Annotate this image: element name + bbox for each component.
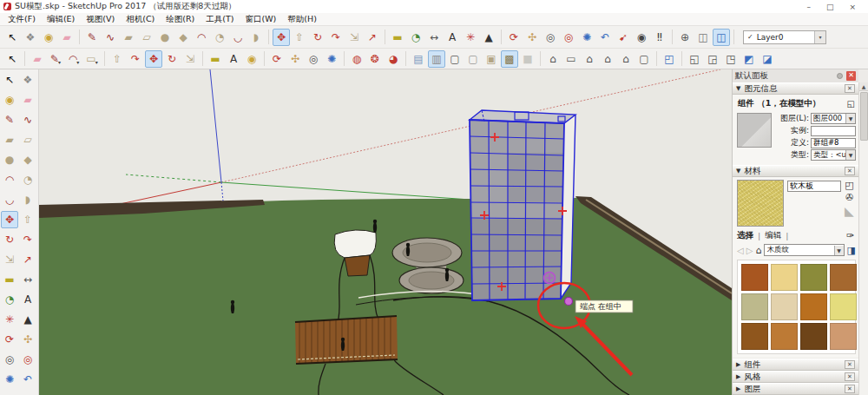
rail-move-button[interactable]: ✥ [1,211,18,228]
panel-scrollbar[interactable]: ▲ [858,82,868,395]
push-pull-2-button[interactable]: ⇧ [108,50,126,68]
chevron-down-icon[interactable]: ▼ [845,150,855,160]
material-swatch-8[interactable] [830,293,857,320]
freehand-button[interactable]: ∿ [102,29,119,46]
paint-bucket-button[interactable]: ◉ [40,29,57,46]
create-material-button[interactable]: ✇ [845,193,853,202]
solid-subtract-button[interactable]: ◲ [704,50,721,68]
scrollbar-thumb[interactable] [860,92,868,141]
style-wireframe-button[interactable]: ▢ [446,50,464,68]
circle-button[interactable]: ● [156,29,174,46]
tab-select[interactable]: 选择 [737,230,753,241]
previous-view-button[interactable]: ↶ [596,29,614,46]
style-monochrome-button[interactable]: ■ [519,50,536,68]
style-xray-button[interactable]: ▤ [410,50,427,68]
secondary-pane-toggle-icon[interactable]: ◰ [845,181,853,190]
collapse-triangle-icon[interactable]: ▼ [736,168,740,174]
material-swatch-1[interactable] [741,264,768,291]
material-swatch-7[interactable] [800,293,827,320]
arc-button[interactable]: ◠ [193,29,210,46]
polygon-button[interactable]: ◆ [174,29,192,46]
rail-zoom-window-button[interactable]: ◎ [19,351,36,368]
secondary-pane-toggle-icon[interactable]: ◱ [847,99,855,109]
view-right-button[interactable]: ⌂ [599,50,616,68]
entity-info-close-button[interactable]: ✕ [845,84,855,93]
menu-view[interactable]: 视图(V) [86,14,115,25]
rail-follow-me-button[interactable]: ↷ [19,231,36,248]
view-front-button[interactable]: ⌂ [581,50,598,68]
section-plane-button[interactable]: ⊕ [676,29,694,46]
expand-triangle-icon[interactable]: ▶ [736,361,740,368]
rectangle-flyout-button[interactable]: ▭▾ [83,50,101,68]
text-button[interactable]: A [444,29,461,46]
menu-draw[interactable]: 绘图(R) [166,14,194,25]
pin-icon[interactable] [837,73,843,79]
instance-input[interactable] [811,126,856,136]
zoom-button[interactable]: ◎ [542,29,559,46]
pie-button[interactable]: ◔ [211,29,228,46]
layers-section-bar[interactable]: ▶图层✕ [733,383,858,395]
rail-line-button[interactable]: ✎ [1,111,18,128]
solid-union-button[interactable]: ◱ [686,50,703,68]
menu-edit[interactable]: 编辑(E) [47,14,75,25]
zoom-2-button[interactable]: ◎ [305,50,322,68]
material-name-input[interactable] [787,181,841,192]
material-swatch-12[interactable] [830,323,857,350]
rectangle-button[interactable]: ▰ [120,29,137,46]
rail-push-pull-button[interactable]: ⇧ [19,211,36,228]
make-component-button[interactable]: ❖ [22,29,39,46]
material-swatch-9[interactable] [741,323,768,350]
display-section-fill-button[interactable]: ◫ [713,29,730,46]
photo-textures-button[interactable]: ◕ [385,50,402,68]
material-swatch-2[interactable] [771,264,798,291]
menu-file[interactable]: 文件(F) [8,14,36,25]
style-back-edges-button[interactable]: ▥ [428,50,445,68]
definition-input[interactable] [811,138,856,148]
3d-text-button[interactable]: ▲ [480,29,497,46]
text-2-button[interactable]: A [225,50,242,68]
menu-camera[interactable]: 相机(C) [126,14,155,25]
rail-arc-button[interactable]: ◠ [1,171,18,188]
paint-bucket-2-button[interactable]: ◉ [243,50,260,68]
arc-flyout-button[interactable]: ◠▾ [65,50,82,68]
offset-button[interactable]: ↗ [364,29,381,46]
close-button[interactable]: × [849,1,856,13]
chevron-down-icon[interactable]: ▼ [845,114,855,123]
terrain[interactable] [39,196,732,395]
walk-button[interactable]: ‼ [651,29,668,46]
material-swatch-11[interactable] [800,323,827,350]
follow-me-2-button[interactable]: ↷ [127,50,144,68]
materials-section-bar[interactable]: ▼ 材料 ✕ [733,165,858,177]
rotate-button[interactable]: ↻ [309,29,326,46]
rail-zoom-extents-button[interactable]: ✺ [1,371,18,388]
components-close-button[interactable]: ✕ [845,360,855,369]
rail-tape-measure-button[interactable]: ▬ [1,271,18,288]
eraser-button[interactable]: ▰ [58,29,76,46]
menu-help[interactable]: 帮助(H) [287,14,317,25]
model-viewport[interactable]: 端点 在组中 [39,69,732,395]
rail-protractor-button[interactable]: ◔ [1,291,18,308]
pan-2-button[interactable]: ✣ [286,50,304,68]
rail-offset-button[interactable]: ↗ [19,251,36,268]
details-arrow-icon[interactable]: ◨ [847,245,856,256]
rail-zoom-button[interactable]: ◎ [1,351,18,368]
materials-close-button[interactable]: ✕ [845,167,855,175]
select-button[interactable]: ↖ [3,29,21,46]
zoom-window-button[interactable]: ◎ [560,29,577,46]
type-select[interactable]: 类型：<unde... ▼ [811,149,856,161]
expand-triangle-icon[interactable]: ▶ [736,385,740,392]
tape-measure-button[interactable]: ▬ [389,29,406,46]
protractor-button[interactable]: ◔ [407,29,424,46]
selected-building-group[interactable] [470,110,575,306]
move-button[interactable]: ✥ [273,29,290,46]
rail-dimension-button[interactable]: ↔ [19,271,36,288]
line-button[interactable]: ✎ [83,29,101,46]
entity-info-section-bar[interactable]: ▼ 图元信息 ✕ [733,82,858,95]
minimize-button[interactable]: – [806,1,811,13]
components-section-bar[interactable]: ▶组件✕ [733,359,858,371]
layers-close-button[interactable]: ✕ [845,385,855,393]
add-location-button[interactable]: ❂ [366,50,384,68]
viewport-canvas[interactable]: 端点 在组中 [39,69,732,395]
two-point-arc-button[interactable]: ◡ [229,29,247,46]
rail-scale-button[interactable]: ⇲ [1,251,18,268]
